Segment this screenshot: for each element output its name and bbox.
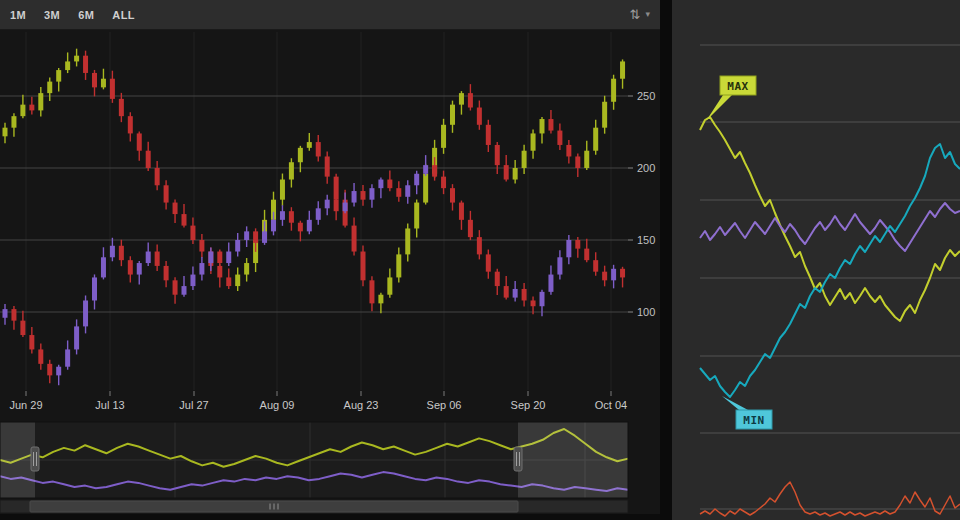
svg-text:MAX: MAX xyxy=(727,80,748,93)
svg-text:Sep 06: Sep 06 xyxy=(427,399,462,411)
nav-mask-left[interactable] xyxy=(0,422,35,498)
compare-arrows-icon[interactable]: ⇅ xyxy=(630,8,641,21)
svg-text:Sep 20: Sep 20 xyxy=(511,399,546,411)
svg-text:Jun 29: Jun 29 xyxy=(9,399,42,411)
range-button-1m[interactable]: 1M xyxy=(10,9,26,21)
svg-text:100: 100 xyxy=(637,306,655,318)
nav-mask-right[interactable] xyxy=(518,422,628,498)
range-buttons: 1M3M6MALL xyxy=(10,9,153,21)
left-chart-panel: 1M3M6MALL ⇅ ▾ 250200150100Jun 29Jul 13Ju… xyxy=(0,0,660,520)
panel-divider xyxy=(660,0,672,520)
candlestick-chart[interactable]: 250200150100Jun 29Jul 13Jul 27Aug 09Aug … xyxy=(0,30,660,520)
nav-handle-right[interactable] xyxy=(514,447,522,471)
svg-text:Jul 13: Jul 13 xyxy=(95,399,124,411)
scrollbar[interactable] xyxy=(0,500,628,513)
right-chart-panel: MAXMIN xyxy=(672,0,960,520)
range-toolbar: 1M3M6MALL ⇅ ▾ xyxy=(0,0,660,30)
charting-terminal: 1M3M6MALL ⇅ ▾ 250200150100Jun 29Jul 13Ju… xyxy=(0,0,960,520)
svg-text:200: 200 xyxy=(637,162,655,174)
svg-text:150: 150 xyxy=(637,234,655,246)
svg-text:Jul 27: Jul 27 xyxy=(179,399,208,411)
chevron-down-icon[interactable]: ▾ xyxy=(645,10,650,19)
comparison-line-chart[interactable]: MAXMIN xyxy=(672,0,960,520)
nav-handle-left[interactable] xyxy=(31,447,39,471)
range-button-6m[interactable]: 6M xyxy=(78,9,94,21)
range-button-all[interactable]: ALL xyxy=(112,9,135,21)
navigator[interactable] xyxy=(0,422,628,498)
range-button-3m[interactable]: 3M xyxy=(44,9,60,21)
svg-text:Oct 04: Oct 04 xyxy=(595,399,627,411)
svg-text:MIN: MIN xyxy=(743,414,764,427)
toolbar-right: ⇅ ▾ xyxy=(630,8,650,21)
svg-text:Aug 23: Aug 23 xyxy=(344,399,379,411)
svg-text:Aug 09: Aug 09 xyxy=(260,399,295,411)
svg-text:250: 250 xyxy=(637,90,655,102)
